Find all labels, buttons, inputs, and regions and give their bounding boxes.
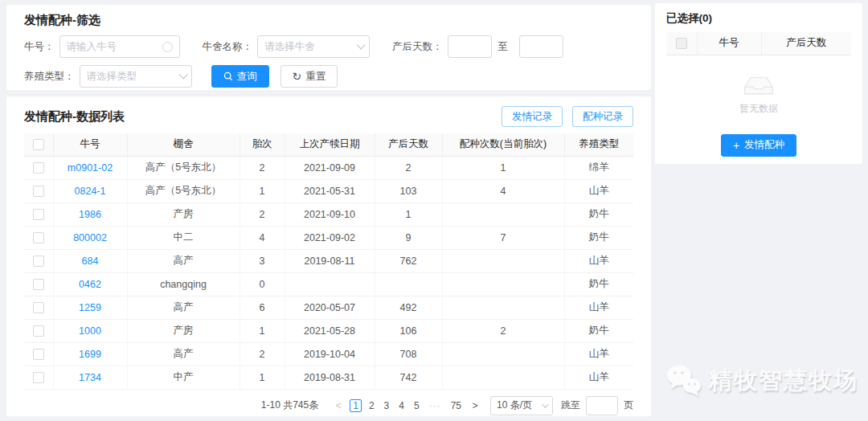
select-all-checkbox[interactable] [33,139,44,150]
search-button[interactable]: 查询 [211,65,269,88]
row-checkbox[interactable] [33,279,44,290]
page-ellipsis: ··· [427,400,444,411]
page-size-select[interactable]: 10 条/页 [490,396,553,415]
last-calving-cell [285,272,375,296]
col-postpartum: 产后天数 [375,133,442,156]
estrus-breeding-button[interactable]: + 发情配种 [721,134,796,157]
col-barn: 棚舍 [127,133,240,156]
col-breeding-count: 配种次数(当前胎次) [442,133,564,156]
breeding-count-cell [442,342,564,366]
page-button-1[interactable]: 1 [350,399,362,412]
cattle-no-input[interactable]: 请输入牛号 [59,35,180,58]
cattle-no-link[interactable]: 0824-1 [75,186,106,197]
cattle-no-link[interactable]: 1986 [79,209,101,220]
postpartum-cell: 9 [375,226,442,249]
jump-page-input[interactable] [586,396,618,415]
page-button-2[interactable]: 2 [366,400,377,411]
refresh-icon: ↻ [293,71,302,82]
cattle-no-link[interactable]: 800002 [73,232,107,243]
row-select-cell [24,272,53,296]
cattle-table-body: m0901-02 高产（5号东北） 2 2021-09-09 2 1 绵羊 08… [24,156,633,389]
breeding-record-button[interactable]: 配种记录 [572,106,633,127]
barn-cell: 产房 [127,319,240,342]
chevron-down-icon [178,70,187,79]
page-button-75[interactable]: 75 [448,400,464,411]
cattle-no-placeholder: 请输入牛号 [67,40,117,54]
row-select-cell [24,296,53,319]
last-calving-cell: 2020-05-07 [285,296,375,319]
row-checkbox[interactable] [33,186,44,197]
col-parity: 胎次 [240,133,285,156]
type-cell: 山羊 [564,342,633,366]
page-button-3[interactable]: 3 [382,400,392,411]
cattle-no-link[interactable]: 1000 [79,325,101,337]
row-checkbox[interactable] [33,302,44,313]
postpartum-min-input[interactable] [448,35,492,58]
pagination-total: 1-10 共745条 [261,399,318,412]
empty-state: 暂无数据 [666,55,851,133]
cattle-no-link[interactable]: 684 [82,255,99,267]
selected-panel: 已选择(0) 牛号 产后天数 暂无数据 + 发情配种 [655,3,862,164]
list-title: 发情配种-数据列表 [24,109,125,125]
barn-select[interactable]: 请选择牛舍 [257,35,370,58]
parity-cell: 2 [240,342,285,366]
selected-table: 牛号 产后天数 [666,32,851,55]
cattle-no-link[interactable]: 1259 [79,302,101,313]
selected-select-all-checkbox[interactable] [676,38,687,49]
postpartum-max-input[interactable] [519,35,563,58]
table-row: m0901-02 高产（5号东北） 2 2021-09-09 2 1 绵羊 [24,156,633,179]
parity-cell: 6 [240,296,285,319]
row-checkbox[interactable] [33,325,44,337]
selected-col-postpartum: 产后天数 [761,32,851,55]
col-type: 养殖类型 [564,133,633,156]
postpartum-label: 产后天数： [392,40,443,54]
next-page-arrow[interactable]: > [466,400,484,411]
type-select[interactable]: 请选择类型 [80,65,192,88]
clear-circle-icon[interactable] [162,42,173,52]
row-checkbox[interactable] [33,209,44,220]
table-header-row: 牛号 棚舍 胎次 上次产犊日期 产后天数 配种次数(当前胎次) 养殖类型 [24,133,633,156]
breeding-count-cell [442,366,564,389]
row-checkbox[interactable] [33,232,44,243]
data-list-card: 发情配种-数据列表 发情记录 配种记录 牛号 棚舍 胎次 上次产犊日期 产后天数… [6,96,651,416]
cattle-no-link[interactable]: 0462 [79,279,101,290]
row-checkbox[interactable] [33,255,44,267]
page-button-5[interactable]: 5 [411,400,422,411]
col-last-calving: 上次产犊日期 [285,133,375,156]
last-calving-cell: 2021-09-09 [285,156,375,179]
row-select-cell [24,156,53,179]
last-calving-cell: 2019-10-04 [285,342,375,366]
type-placeholder: 请选择类型 [87,70,137,84]
type-cell: 山羊 [564,179,633,202]
barn-cell: 中产 [127,366,240,389]
filter-row-2: 养殖类型： 请选择类型 查询 ↻ 重置 [24,65,633,88]
table-row: 800002 中二 4 2021-09-02 9 7 奶牛 [24,226,633,249]
to-label: 至 [498,40,509,54]
reset-button[interactable]: ↻ 重置 [280,65,338,88]
cattle-no-link[interactable]: 1734 [79,372,101,383]
row-checkbox[interactable] [33,372,44,383]
type-cell: 山羊 [564,366,633,389]
selected-header-row: 牛号 产后天数 [666,32,851,55]
cattle-no-link[interactable]: 1699 [79,349,101,360]
cattle-no-link[interactable]: m0901-02 [68,162,113,174]
brand-watermark: 精牧智慧牧场 [665,357,862,405]
estrus-record-button[interactable]: 发情记录 [502,106,563,127]
row-select-cell [24,202,53,226]
breeding-count-cell: 1 [442,156,564,179]
prev-page-arrow[interactable]: < [330,400,347,411]
wechat-bubbles-icon [665,363,702,399]
row-select-cell [24,226,53,249]
cattle-no-label: 牛号： [24,40,55,54]
table-row: 0462 changqing 0 奶牛 [24,272,633,296]
chevron-down-icon [542,401,548,407]
table-row: 1734 中产 1 2019-08-31 742 山羊 [24,366,633,389]
row-checkbox[interactable] [33,349,44,360]
table-row: 684 高产 3 2019-08-11 762 山羊 [24,249,633,272]
table-row: 1699 高产 2 2019-10-04 708 山羊 [24,342,633,366]
list-header: 发情配种-数据列表 发情记录 配种记录 [24,104,633,129]
search-icon [223,72,233,81]
row-checkbox[interactable] [33,162,44,174]
barn-cell: 高产（5号东北） [127,179,240,202]
page-button-4[interactable]: 4 [396,400,407,411]
